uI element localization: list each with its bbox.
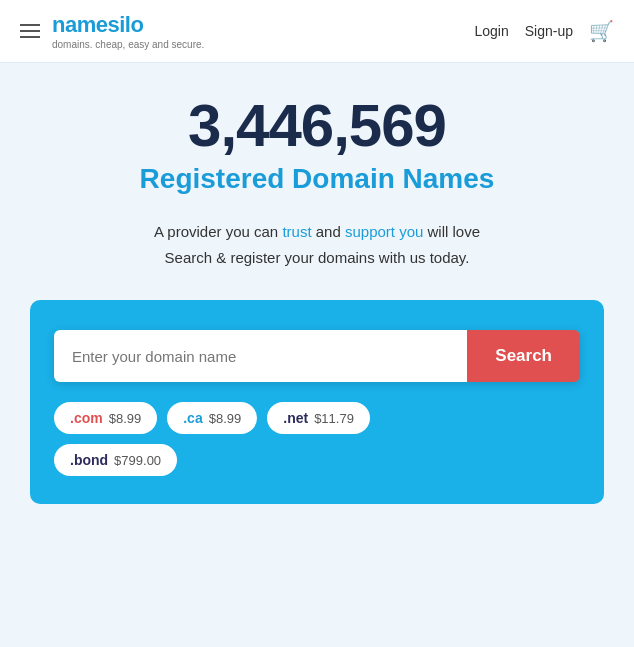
site-header: namesilo domains. cheap, easy and secure… <box>0 0 634 63</box>
tld-price-bond: $799.00 <box>114 453 161 468</box>
tld-price-ca: $8.99 <box>209 411 242 426</box>
login-link[interactable]: Login <box>474 23 508 39</box>
tld-pill-com[interactable]: .com $8.99 <box>54 402 157 434</box>
tld-name-net: .net <box>283 410 308 426</box>
tld-name-com: .com <box>70 410 103 426</box>
logo[interactable]: namesilo <box>52 12 204 38</box>
cart-icon[interactable]: 🛒 <box>589 19 614 43</box>
header-right: Login Sign-up 🛒 <box>474 19 614 43</box>
tld-pill-bond[interactable]: .bond $799.00 <box>54 444 177 476</box>
tld-pill-ca[interactable]: .ca $8.99 <box>167 402 257 434</box>
description-line2: Search & register your domains with us t… <box>20 245 614 271</box>
tld-price-net: $11.79 <box>314 411 354 426</box>
description-line1: A provider you can trust and support you… <box>20 219 614 245</box>
logo-container: namesilo domains. cheap, easy and secure… <box>52 12 204 50</box>
description-block: A provider you can trust and support you… <box>20 219 614 270</box>
logo-tagline: domains. cheap, easy and secure. <box>52 39 204 50</box>
domain-counter: 3,446,569 <box>20 93 614 159</box>
tld-pill-net[interactable]: .net $11.79 <box>267 402 370 434</box>
tld-price-com: $8.99 <box>109 411 142 426</box>
header-left: namesilo domains. cheap, easy and secure… <box>20 12 204 50</box>
tld-name-bond: .bond <box>70 452 108 468</box>
tld-name-ca: .ca <box>183 410 202 426</box>
signup-link[interactable]: Sign-up <box>525 23 573 39</box>
search-bar: Search <box>54 330 580 382</box>
counter-label: Registered Domain Names <box>20 163 614 195</box>
hamburger-menu[interactable] <box>20 24 40 38</box>
main-content: 3,446,569 Registered Domain Names A prov… <box>0 63 634 504</box>
search-section: Search .com $8.99 .ca $8.99 .net $11.79 … <box>30 300 604 504</box>
search-button[interactable]: Search <box>467 330 580 382</box>
search-input[interactable] <box>54 330 467 382</box>
tld-list: .com $8.99 .ca $8.99 .net $11.79 .bond $… <box>54 402 580 476</box>
